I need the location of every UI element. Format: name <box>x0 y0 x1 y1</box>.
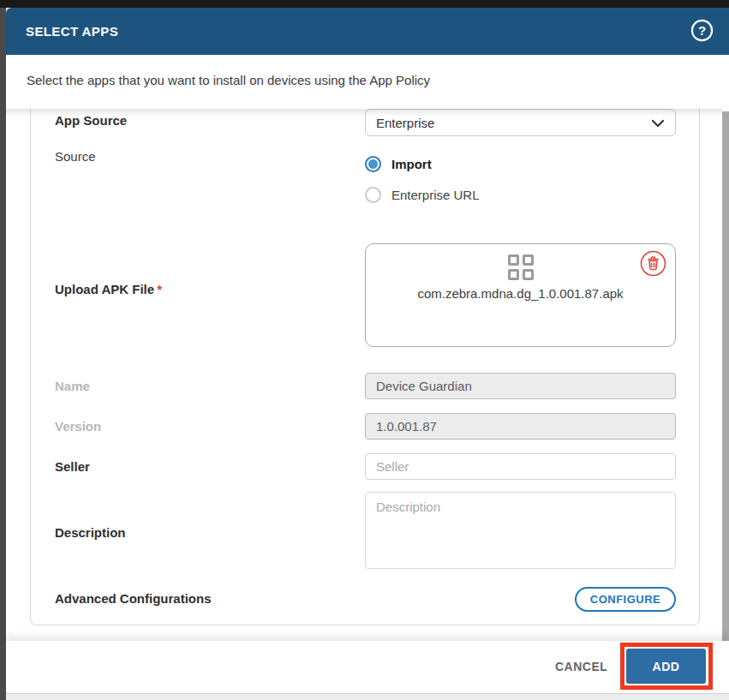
dialog-subtitle-row: Select the apps that you want to install… <box>6 55 729 109</box>
radio-option-label: Import <box>391 157 432 171</box>
trash-icon <box>640 266 666 279</box>
question-mark-circle-icon: ? <box>690 32 714 45</box>
name-field <box>365 373 676 399</box>
scrollbar[interactable] <box>722 111 729 641</box>
app-form-card: App Source Enterprise Source Import Ente… <box>30 109 700 625</box>
dialog-title: SELECT APPS <box>26 24 118 39</box>
radio-option-enterprise-url[interactable]: Enterprise URL <box>365 186 480 203</box>
add-button[interactable]: ADD <box>626 649 706 684</box>
name-label: Name <box>55 379 90 393</box>
app-source-selected-value: Enterprise <box>376 116 434 130</box>
uploaded-file-name: com.zebra.mdna.dg_1.0.001.87.apk <box>366 286 675 301</box>
upload-apk-label: Upload APK File* <box>55 282 162 296</box>
cancel-button[interactable]: CANCEL <box>555 660 607 673</box>
dialog-footer: CANCEL ADD <box>6 641 729 694</box>
select-apps-dialog: SELECT APPS ? Select the apps that you w… <box>6 8 729 694</box>
page-backdrop-left <box>0 8 6 700</box>
version-field <box>365 413 676 440</box>
svg-text:?: ? <box>698 23 706 38</box>
radio-selected-icon <box>365 156 381 172</box>
help-button[interactable]: ? <box>690 19 714 42</box>
seller-field[interactable] <box>365 453 676 480</box>
delete-file-button[interactable] <box>640 250 666 277</box>
app-source-label: App Source <box>55 113 127 128</box>
chevron-down-icon <box>651 117 665 129</box>
radio-unselected-icon <box>365 187 381 203</box>
dialog-subtitle: Select the apps that you want to install… <box>27 73 430 87</box>
description-field[interactable] <box>365 492 676 569</box>
description-label: Description <box>55 525 126 540</box>
version-label: Version <box>55 419 101 434</box>
advanced-configurations-label: Advanced Configurations <box>55 591 212 606</box>
radio-option-import[interactable]: Import <box>365 155 432 172</box>
source-label: Source <box>55 149 96 164</box>
seller-label: Seller <box>55 459 90 474</box>
app-grid-icon <box>508 254 535 281</box>
upload-apk-dropzone[interactable]: com.zebra.mdna.dg_1.0.001.87.apk <box>365 243 676 347</box>
app-source-select[interactable]: Enterprise <box>365 109 676 136</box>
dialog-header: SELECT APPS ? <box>6 8 729 55</box>
form-scroll-area: App Source Enterprise Source Import Ente… <box>6 109 722 641</box>
configure-button[interactable]: CONFIGURE <box>575 587 676 612</box>
page-backdrop-top <box>0 0 729 8</box>
required-asterisk: * <box>157 282 162 296</box>
radio-option-label: Enterprise URL <box>391 188 480 202</box>
